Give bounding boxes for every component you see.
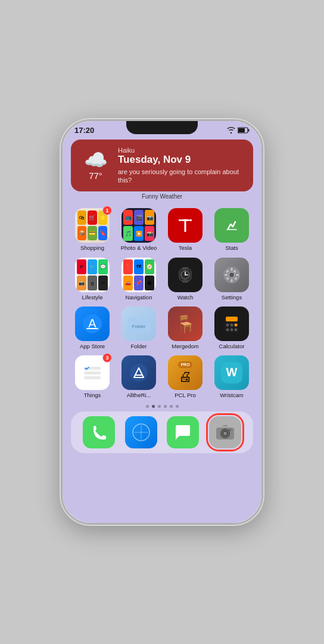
app-item-folder[interactable]: Folder Folder bbox=[117, 306, 160, 349]
badge-shopping: 1 bbox=[102, 206, 112, 215]
svg-marker-47 bbox=[139, 429, 145, 435]
svg-text:W: W bbox=[226, 366, 238, 379]
widget-app-name: Haiku bbox=[118, 147, 245, 154]
app-label-navigation: Navigation bbox=[126, 294, 152, 301]
app-icon-things: 3 bbox=[75, 355, 110, 390]
app-item-shopping[interactable]: 1 🛍 🛒 ⭐ 📦 💳 🔖 Shopping bbox=[71, 208, 114, 251]
app-item-pclpro[interactable]: PRO 🖨 PCL Pro bbox=[164, 355, 207, 398]
app-icon-appstore: A bbox=[75, 306, 110, 341]
things-logo bbox=[80, 361, 104, 385]
dock-icon-messages bbox=[167, 416, 199, 448]
dot-5 bbox=[170, 405, 173, 408]
svg-rect-13 bbox=[231, 268, 233, 271]
svg-text:A: A bbox=[88, 317, 96, 330]
svg-rect-1 bbox=[248, 129, 250, 132]
app-item-navigation[interactable]: 📍 🗺 🧭 🚗 📌 🛣 Navigation bbox=[117, 258, 160, 301]
app-icon-wristcam: W bbox=[214, 355, 249, 390]
weather-widget[interactable]: ☁️ 77° Haiku Tuesday, Nov 9 are you seri… bbox=[71, 140, 253, 191]
phone-icon bbox=[90, 423, 108, 441]
svg-marker-48 bbox=[138, 430, 144, 436]
svg-text:Folder: Folder bbox=[132, 324, 146, 329]
svg-rect-14 bbox=[231, 279, 233, 282]
app-item-things[interactable]: 3 Things bbox=[71, 355, 114, 398]
app-item-tesla[interactable]: Tesla bbox=[164, 208, 207, 251]
app-icon-lifestyle: P 🐦 💬 📸 g ✂ bbox=[75, 258, 110, 292]
stats-logo bbox=[222, 216, 241, 235]
dock bbox=[71, 411, 253, 453]
appstore-logo: A bbox=[82, 313, 103, 335]
alltheri-logo bbox=[128, 362, 149, 383]
app-icon-shopping: 1 🛍 🛒 ⭐ 📦 💳 🔖 bbox=[75, 208, 110, 243]
app-icon-tesla bbox=[168, 208, 202, 243]
badge-things: 3 bbox=[102, 353, 112, 363]
dock-item-camera[interactable] bbox=[209, 416, 241, 448]
app-item-wristcam[interactable]: W Wristcam bbox=[210, 355, 253, 398]
tesla-logo bbox=[176, 216, 194, 234]
app-label-lifestyle: Lifestyle bbox=[82, 294, 103, 301]
notch bbox=[126, 121, 198, 134]
svg-point-31 bbox=[230, 324, 233, 327]
app-item-stats[interactable]: Stats bbox=[210, 208, 253, 251]
app-label-settings: Settings bbox=[222, 294, 242, 301]
app-icon-stats bbox=[214, 208, 249, 243]
app-icon-pclpro: PRO 🖨 bbox=[168, 355, 202, 390]
app-item-alltheri[interactable]: AlltheRi... bbox=[117, 355, 160, 398]
app-label-wristcam: Wristcam bbox=[220, 392, 243, 398]
app-item-photo-video[interactable]: 📺 🎬 📷 🎵 ▶️ 📸 Photo & Video bbox=[117, 208, 160, 251]
wristcam-logo: W bbox=[221, 362, 242, 383]
app-item-watch[interactable]: Watch bbox=[164, 258, 207, 301]
widget-temp: 77° bbox=[89, 171, 102, 181]
app-item-appstore[interactable]: A App Store bbox=[71, 306, 114, 349]
svg-point-33 bbox=[226, 329, 229, 332]
dock-icon-phone bbox=[83, 416, 115, 448]
folder-logo: Folder bbox=[127, 314, 151, 334]
widget-date: Tuesday, Nov 9 bbox=[118, 154, 245, 166]
camera-icon bbox=[215, 423, 235, 441]
weather-widget-container: ☁️ 77° Haiku Tuesday, Nov 9 are you seri… bbox=[71, 140, 253, 200]
dock-item-safari[interactable] bbox=[125, 416, 157, 448]
dock-icon-camera bbox=[209, 416, 241, 448]
dot-3 bbox=[158, 405, 161, 408]
calculator-logo bbox=[221, 313, 242, 335]
app-label-appstore: App Store bbox=[80, 343, 105, 349]
app-label-alltheri: AlltheRi... bbox=[127, 392, 151, 398]
phone-frame: 17:20 ☁️ 77° bbox=[61, 119, 263, 525]
app-label-mergedom: Mergedom bbox=[172, 343, 198, 349]
page-dots bbox=[63, 405, 261, 408]
app-label-folder: Folder bbox=[131, 343, 147, 349]
app-icon-folder: Folder bbox=[122, 306, 156, 341]
dock-item-messages[interactable] bbox=[167, 416, 199, 448]
svg-point-32 bbox=[235, 324, 238, 327]
status-time: 17:20 bbox=[74, 126, 94, 135]
app-label-things: Things bbox=[84, 392, 101, 398]
svg-point-34 bbox=[230, 329, 233, 332]
wifi-icon bbox=[227, 127, 235, 134]
watch-logo bbox=[175, 265, 195, 285]
svg-point-30 bbox=[226, 324, 229, 327]
app-item-lifestyle[interactable]: P 🐦 💬 📸 g ✂ Lifestyle bbox=[71, 258, 114, 301]
svg-point-21 bbox=[229, 273, 234, 277]
svg-rect-2 bbox=[238, 128, 245, 132]
app-item-settings[interactable]: Settings bbox=[210, 258, 253, 301]
app-icon-photo-video: 📺 🎬 📷 🎵 ▶️ 📸 bbox=[122, 208, 156, 243]
dock-icon-safari bbox=[125, 416, 157, 448]
widget-message: are you seriously going to complain abou… bbox=[118, 168, 245, 185]
svg-rect-38 bbox=[84, 371, 101, 374]
app-icon-calculator bbox=[214, 306, 249, 341]
svg-point-40 bbox=[130, 364, 148, 382]
app-grid: 1 🛍 🛒 ⭐ 📦 💳 🔖 Shopping 📺 bbox=[63, 205, 261, 402]
app-item-calculator[interactable]: Calculator bbox=[210, 306, 253, 349]
settings-logo bbox=[222, 265, 241, 284]
dot-6 bbox=[176, 405, 179, 408]
app-item-mergedom[interactable]: 🪑 Mergedom bbox=[164, 306, 207, 349]
app-icon-watch bbox=[168, 258, 202, 292]
app-label-shopping: Shopping bbox=[80, 244, 104, 251]
app-label-pclpro: PCL Pro bbox=[175, 392, 196, 398]
battery-icon bbox=[238, 127, 250, 134]
dock-item-phone[interactable] bbox=[83, 416, 115, 448]
app-label-calculator: Calculator bbox=[219, 343, 245, 349]
messages-icon bbox=[173, 423, 192, 442]
widget-label: Funny Weather bbox=[71, 193, 253, 200]
widget-left: ☁️ 77° bbox=[79, 150, 112, 181]
cloud-icon: ☁️ bbox=[84, 150, 108, 169]
